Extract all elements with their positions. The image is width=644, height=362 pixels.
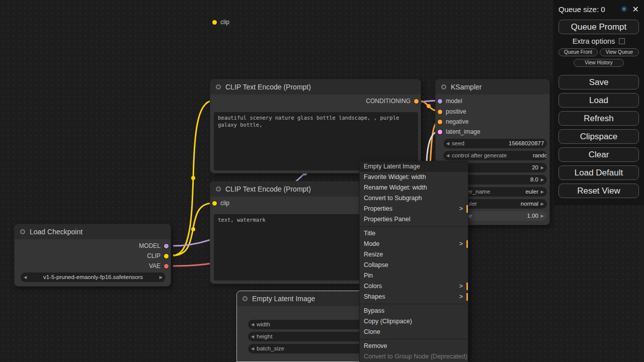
combo-prev-icon[interactable]: ◀: [24, 273, 27, 282]
extra-options-checkbox[interactable]: [619, 38, 625, 44]
slot-label: positive: [446, 108, 466, 115]
queue-prompt-button[interactable]: Queue Prompt: [558, 20, 639, 34]
menu-item-title[interactable]: Title: [360, 228, 468, 239]
menu-item-clone[interactable]: Clone: [360, 327, 468, 337]
clipspace-button[interactable]: Clipspace: [558, 129, 639, 144]
settings-gear-icon[interactable]: ✳: [620, 4, 627, 15]
menu-item-properties-panel[interactable]: Properties Panel: [360, 214, 468, 225]
node-collapse-dot[interactable]: [243, 296, 248, 301]
slot-label: model: [446, 98, 462, 105]
conditioning-slot-dot[interactable]: [438, 110, 442, 114]
menu-item-remove[interactable]: Remove: [360, 341, 468, 351]
output-slot-vae[interactable]: VAE: [149, 262, 169, 269]
widget-label: seed: [452, 139, 464, 148]
clear-button[interactable]: Clear: [558, 147, 639, 162]
menu-item-label: Mode: [364, 240, 379, 247]
node-title-bar[interactable]: Load Checkpoint: [15, 224, 171, 239]
latent-slot-dot[interactable]: [438, 130, 442, 134]
node-title-bar[interactable]: KSampler: [436, 79, 549, 95]
node-title: KSampler: [451, 83, 481, 91]
widget-label: control after generate: [452, 151, 507, 160]
output-slot-conditioning[interactable]: CONDITIONING: [366, 98, 419, 105]
ckpt-name-combo-widget[interactable]: ◀ v1-5-pruned-emaonly-fp16.safetensors ▶: [21, 273, 166, 282]
menu-item-label: Properties: [364, 205, 392, 212]
widget-label: width: [257, 320, 270, 329]
node-collapse-dot[interactable]: [20, 229, 25, 234]
view-queue-button[interactable]: View Queue: [600, 48, 639, 56]
load-button[interactable]: Load: [558, 93, 639, 108]
widget-value: 20: [532, 163, 538, 172]
node-collapse-dot[interactable]: [441, 84, 446, 89]
menu-item-collapse[interactable]: Collapse: [360, 260, 468, 270]
save-button[interactable]: Save: [558, 75, 639, 89]
input-slot-model[interactable]: model: [438, 98, 462, 105]
node-title-bar[interactable]: CLIP Text Encode (Prompt): [210, 79, 421, 95]
refresh-button[interactable]: Refresh: [558, 111, 639, 126]
decrement-icon[interactable]: ◀: [251, 344, 254, 353]
menu-item-convert-to-subgraph[interactable]: Convert to Subgraph: [360, 193, 468, 204]
menu-item-label: Shapes: [364, 293, 385, 300]
input-slot-clip[interactable]: clip: [212, 200, 229, 207]
slot-label: clip: [220, 200, 229, 207]
decrement-icon[interactable]: ◀: [251, 320, 254, 329]
wire-dot: [191, 227, 195, 231]
menu-item-mode[interactable]: Mode >: [360, 239, 468, 249]
reset-view-button[interactable]: Reset View: [558, 184, 639, 198]
menu-item-favorite-widget[interactable]: Favorite Widget: width: [360, 172, 468, 183]
widget-label: batch_size: [257, 344, 284, 353]
node-load-checkpoint[interactable]: Load Checkpoint MODEL CLIP VAE ◀ v1-5-pr…: [14, 224, 171, 287]
vae-slot-dot[interactable]: [164, 264, 169, 268]
node-title: Empty Latent Image: [252, 295, 315, 303]
seed-widget[interactable]: ◀ seed 15668020877: [443, 139, 547, 148]
decrement-icon[interactable]: ◀: [446, 139, 449, 148]
queue-front-button[interactable]: Queue Front: [558, 48, 598, 56]
menu-item-colors[interactable]: Colors >: [360, 281, 468, 292]
queue-size-label: Queue size: 0: [558, 5, 616, 14]
decrement-icon[interactable]: ◀: [251, 332, 254, 341]
increment-icon[interactable]: ▶: [541, 163, 544, 172]
menu-item-copy-clipspace[interactable]: Copy (Clipspace): [360, 316, 468, 327]
menu-item-resize[interactable]: Resize: [360, 249, 468, 260]
menu-item-rename-widget[interactable]: Rename Widget: width: [360, 183, 468, 193]
menu-item-properties[interactable]: Properties >: [360, 204, 468, 214]
close-icon[interactable]: ✕: [632, 5, 639, 14]
combo-next-icon[interactable]: ▶: [541, 199, 544, 209]
submenu-arrow-icon: >: [459, 204, 463, 214]
conditioning-slot-dot[interactable]: [438, 120, 442, 124]
menu-item-shapes[interactable]: Shapes >: [360, 292, 468, 302]
combo-prev-icon[interactable]: ◀: [446, 151, 449, 160]
submenu-arrow-icon: >: [459, 281, 463, 292]
input-slot-positive[interactable]: positive: [438, 108, 466, 115]
node-collapse-dot[interactable]: [216, 84, 221, 89]
menu-item-convert-to-group-node[interactable]: Convert to Group Node (Deprecated): [360, 351, 468, 362]
menu-item-bypass[interactable]: Bypass: [360, 306, 468, 316]
output-slot-model[interactable]: MODEL: [139, 242, 169, 249]
input-slot-clip[interactable]: clip: [212, 19, 229, 26]
clip-slot-dot[interactable]: [212, 201, 217, 206]
increment-icon[interactable]: ▶: [541, 175, 544, 185]
combo-next-icon[interactable]: ▶: [159, 273, 163, 282]
node-clip-text-encode-positive[interactable]: CLIP Text Encode (Prompt) clip CONDITION…: [210, 79, 421, 173]
clip-slot-dot[interactable]: [164, 254, 169, 258]
menu-separator: [360, 226, 468, 227]
node-graph-canvas[interactable]: CLIP Text Encode (Prompt) clip CONDITION…: [0, 0, 644, 362]
input-slot-latent-image[interactable]: latent_image: [438, 128, 480, 135]
input-slot-negative[interactable]: negative: [438, 118, 468, 125]
increment-icon[interactable]: ▶: [541, 211, 544, 221]
widget-value: euler: [525, 187, 538, 197]
output-slot-clip[interactable]: CLIP: [147, 252, 169, 259]
clip-slot-dot[interactable]: [212, 20, 217, 25]
node-title: CLIP Text Encode (Prompt): [225, 185, 311, 193]
view-history-button[interactable]: View History: [574, 59, 623, 67]
widget-value: 8.0: [530, 175, 538, 185]
model-slot-dot[interactable]: [164, 244, 169, 248]
menu-item-pin[interactable]: Pin: [360, 270, 468, 281]
conditioning-slot-dot[interactable]: [414, 99, 419, 104]
slot-label: CLIP: [147, 252, 160, 259]
context-menu-title: Empty Latent Image: [360, 161, 468, 172]
control-after-generate-widget[interactable]: ◀ control after generate randomize: [443, 151, 547, 160]
load-default-button[interactable]: Load Default: [558, 165, 639, 180]
node-collapse-dot[interactable]: [216, 187, 221, 192]
combo-next-icon[interactable]: ▶: [541, 187, 544, 197]
model-slot-dot[interactable]: [438, 99, 442, 104]
